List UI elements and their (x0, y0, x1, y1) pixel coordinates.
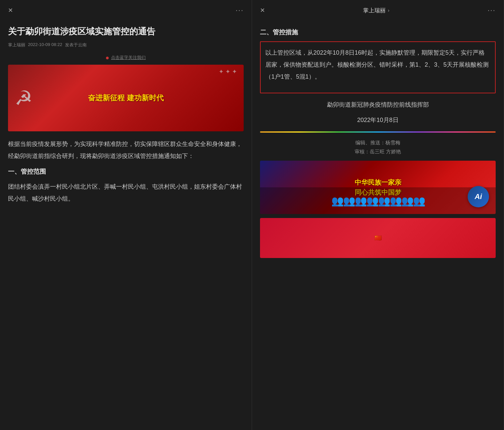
article-meta: 掌上瑞丽 2022-10-09 08:22 发表于云南 (8, 42, 244, 48)
date-issued: 2022年10月8日 (260, 114, 496, 126)
bottom-banner2-text: 🇨🇳 (374, 234, 382, 243)
right-panel: ✕ 掌上瑞丽 › ··· 二、管控措施 以上管控区域，从2022年10月8日16… (252, 0, 504, 430)
section2-title: 二、管控措施 (260, 28, 496, 37)
section1-title: 一、管控范围 (8, 167, 244, 176)
more-menu-icon[interactable]: ··· (236, 6, 244, 15)
bottom-banner-2: 🇨🇳 (260, 218, 496, 258)
highlighted-content-box: 以上管控区域，从2022年10月8日16时起，实施静默管理，期限暂定5天，实行严… (260, 41, 496, 93)
banner-birds: ✦ ✦ ✦ (219, 68, 237, 75)
right-panel-title: 掌上瑞丽 (363, 7, 386, 14)
right-close-icon[interactable]: ✕ (260, 7, 265, 14)
close-icon[interactable]: ✕ (8, 7, 13, 14)
chevron-right-icon[interactable]: › (388, 8, 389, 13)
right-more-icon[interactable]: ··· (488, 6, 496, 15)
click-notice[interactable]: 点击蓝字关注我们 (8, 55, 244, 61)
rainbow-divider (260, 131, 496, 133)
ai-badge[interactable]: Ai (468, 186, 489, 207)
article-title: 关于勐卯街道涉疫区域实施管控的通告 (8, 25, 244, 37)
people-icons: 👥👥👥👥👥👥👥👥 (331, 195, 425, 207)
left-panel: ✕ ··· 关于勐卯街道涉疫区域实施管控的通告 掌上瑞丽 2022-10-09 … (0, 0, 252, 430)
right-title-area: 掌上瑞丽 › (363, 7, 389, 14)
right-content-area: 二、管控措施 以上管控区域，从2022年10月8日16时起，实施静默管理，期限暂… (252, 19, 504, 430)
reviewer-label: 审核：岳三旺 方娇艳 (260, 147, 496, 156)
editor-label: 编辑、推送：杨雪梅 (260, 138, 496, 147)
people-group: 👥👥👥👥👥👥👥👥 (260, 187, 496, 214)
highlighted-text: 以上管控区域，从2022年10月8日16时起，实施静默管理，期限暂定5天，实行严… (265, 47, 490, 83)
left-content-area: 关于勐卯街道涉疫区域实施管控的通告 掌上瑞丽 2022-10-09 08:22 … (0, 19, 252, 430)
top-banner-image: ☭ ✦ ✦ ✦ 奋进新征程 建功新时代 (8, 65, 244, 131)
bottom-banner-1: 中华民族一家亲 同心共筑中国梦 👥👥👥👥👥👥👥👥 Ai (260, 161, 496, 214)
meta-date: 2022-10-09 08:22 (28, 42, 62, 48)
party-emblem: ☭ (15, 86, 33, 110)
left-top-bar: ✕ ··· (0, 0, 252, 19)
banner-text: 奋进新征程 建功新时代 (88, 93, 163, 103)
command-center-text: 勐卯街道新冠肺炎疫情防控前线指挥部 (260, 99, 496, 111)
body-paragraph-1: 根据当前疫情发展形势，为实现科学精准防控，切实保障辖区群众生命安全和身体健康，经… (8, 138, 244, 162)
right-top-bar: ✕ 掌上瑞丽 › ··· (252, 0, 504, 19)
body-paragraph-2: 团结村委会滇弄一村民小组北片区、弄喊一村民小组、屯洪村民小组，姐东村委会广体村民… (8, 181, 244, 205)
meta-source: 掌上瑞丽 (8, 42, 25, 48)
meta-location: 发表于云南 (65, 42, 87, 48)
editor-info: 编辑、推送：杨雪梅 审核：岳三旺 方娇艳 (260, 138, 496, 156)
